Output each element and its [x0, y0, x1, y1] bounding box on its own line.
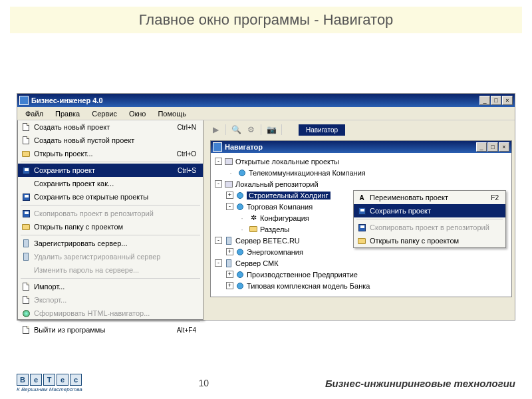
tool-search-icon[interactable]: 🔍 [229, 123, 243, 136]
menu-label: Импорт... [34, 283, 200, 291]
tree-row[interactable]: +Производственное Предприятие [215, 269, 507, 280]
menu-separator [21, 205, 200, 205]
menu-label: Сформировать HTML-навигатор... [34, 309, 200, 317]
tool-gear-icon[interactable]: ⚙ [244, 123, 257, 136]
menu-label: Изменить пароль на сервере... [34, 266, 200, 274]
menu-label: Открыть папку с проектом [34, 223, 200, 231]
navigator-child-window: Навигатор _ □ × -Открытые локальные прое… [210, 140, 512, 297]
menu-shortcut: Ctrl+N [177, 124, 200, 131]
db-icon [235, 192, 245, 200]
menu-separator [21, 321, 200, 322]
navigator-icon [213, 142, 222, 152]
server-icon [21, 238, 31, 249]
file-menu-item[interactable]: Открыть проект...Ctrl+O [18, 147, 203, 160]
menu-edit[interactable]: Правка [50, 108, 85, 119]
footer: BeTec К Вершинам Мастерства 10 Бизнес-ин… [0, 374, 532, 392]
app-body: Создать новый проектCtrl+NСоздать новый … [17, 120, 515, 320]
server-icon [21, 251, 31, 262]
tree-connector: · [226, 169, 235, 177]
expand-icon[interactable]: + [226, 282, 233, 289]
blank-icon [21, 178, 31, 189]
context-menu-item: Скопировать проект в репозиторий [354, 221, 505, 234]
collapse-icon[interactable]: - [215, 259, 222, 267]
menu-shortcut: F2 [491, 194, 503, 201]
app-icon [19, 96, 29, 105]
file-menu-item[interactable]: Импорт... [18, 280, 203, 293]
file-menu-item[interactable]: Зарегистрировать сервер... [18, 237, 203, 250]
db-icon [237, 169, 247, 177]
menu-separator [21, 162, 200, 162]
menu-label: Выйти из программы [34, 326, 174, 334]
menu-bar: Файл Правка Сервис Окно Помощь [17, 107, 515, 120]
file-menu-item[interactable]: Выйти из программыAlt+F4 [18, 323, 203, 336]
logo-letter: T [43, 374, 55, 386]
tree-label: Телекоммуникационная Компания [249, 169, 366, 177]
menu-help[interactable]: Помощь [152, 108, 192, 119]
file-menu-item[interactable]: Создать новый проектCtrl+N [18, 120, 203, 134]
file-menu-item[interactable]: Сохранить все открытые проекты [18, 190, 203, 203]
title-bar: Бизнес-инженер 4.0 _ □ × [17, 94, 515, 107]
db-icon [235, 203, 245, 211]
child-close-button[interactable]: × [499, 142, 509, 152]
logo-letter: c [70, 374, 82, 386]
expand-icon[interactable]: + [226, 271, 233, 278]
menu-service[interactable]: Сервис [86, 108, 122, 119]
menu-label: Зарегистрировать сервер... [34, 239, 200, 247]
menu-window[interactable]: Окно [124, 108, 152, 119]
document-icon [21, 122, 31, 132]
tool-camera-icon[interactable]: 📷 [265, 123, 278, 136]
blank-icon [21, 265, 31, 275]
collapse-icon[interactable]: - [215, 158, 222, 165]
folder-icon [21, 148, 31, 159]
file-menu-item: Изменить пароль на сервере... [18, 263, 203, 277]
menu-label: Сохранить проект как... [34, 180, 200, 188]
tree-label: Открытые локальные проекты [235, 158, 339, 166]
tree-label: Производственное Предприятие [247, 271, 358, 279]
db-icon [235, 248, 245, 256]
file-menu-dropdown: Создать новый проектCtrl+NСоздать новый … [17, 120, 203, 320]
close-button[interactable]: × [502, 96, 513, 105]
file-menu-item[interactable]: Сохранить проект как... [18, 177, 203, 190]
rename-icon: А [356, 192, 367, 203]
tree-row[interactable]: -Открытые локальные проекты [215, 156, 507, 167]
menu-shortcut: Alt+F4 [177, 327, 200, 334]
save-icon [21, 192, 31, 202]
tree-label: Конфигурация [260, 214, 309, 222]
context-menu-item[interactable]: Открыть папку с проектом [354, 234, 505, 247]
maximize-button[interactable]: □ [491, 96, 501, 105]
menu-label: Скопировать проект в репозиторий [370, 223, 503, 231]
context-menu: АПереименовать проектF2Сохранить проектС… [353, 190, 506, 248]
app-window: Бизнес-инженер 4.0 _ □ × Файл Правка Сер… [17, 93, 515, 321]
tree-connector: · [237, 214, 247, 222]
tree-row[interactable]: -Сервер СМК [215, 257, 507, 269]
menu-file[interactable]: Файл [20, 108, 49, 119]
collapse-icon[interactable]: - [215, 180, 222, 188]
logo-subtitle: К Вершинам Мастерства [17, 386, 82, 392]
document-icon [21, 325, 31, 335]
collapse-icon[interactable]: - [226, 203, 233, 210]
context-menu-item[interactable]: АПереименовать проектF2 [354, 191, 505, 204]
expand-icon[interactable]: + [226, 248, 233, 255]
expand-icon[interactable]: + [226, 192, 233, 199]
collapse-icon[interactable]: - [215, 237, 222, 244]
tool-play-icon[interactable]: ▶ [209, 123, 222, 136]
menu-shortcut: Ctrl+S [178, 167, 200, 174]
context-menu-item[interactable]: Сохранить проект [354, 204, 505, 217]
file-menu-item[interactable]: Сохранить проектCtrl+S [18, 164, 203, 177]
menu-label: Удалить зарегистрированный сервер [34, 253, 200, 261]
minimize-button[interactable]: _ [479, 96, 490, 105]
menu-shortcut: Ctrl+O [177, 150, 200, 158]
tree-row[interactable]: -Локальный репозиторий [215, 178, 507, 190]
document-icon [21, 135, 31, 146]
pc-icon [224, 158, 233, 166]
menu-label: Экспорт... [34, 296, 200, 304]
tree-row[interactable]: ·Телекоммуникационная Компания [215, 167, 507, 178]
file-menu-item[interactable]: Создать новый пустой проект [18, 134, 203, 147]
gear-icon: ✲ [249, 214, 258, 222]
tree-label: Строительный Холдинг [247, 192, 331, 200]
file-menu-item[interactable]: Открыть папку с проектом [18, 220, 203, 233]
tree-row[interactable]: +Типовая комплексная модель Банка [215, 280, 507, 291]
child-minimize-button[interactable]: _ [476, 142, 487, 152]
tree-label: Локальный репозиторий [235, 180, 319, 188]
child-maximize-button[interactable]: □ [487, 142, 498, 152]
